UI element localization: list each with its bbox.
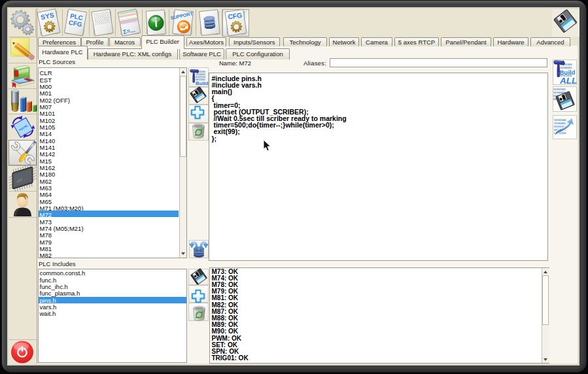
svg-text:Build: Build	[560, 69, 576, 76]
svg-text:Build: Build	[196, 80, 209, 86]
svg-text:ALL: ALL	[559, 76, 577, 86]
